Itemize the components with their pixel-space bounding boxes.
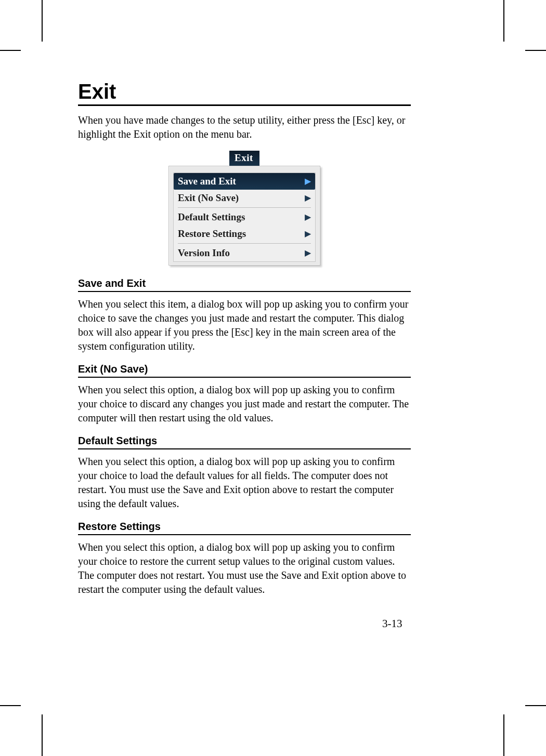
page-number: 3-13 xyxy=(382,617,402,630)
paragraph-restore-settings: When you select this option, a dialog bo… xyxy=(78,540,411,596)
menu-item-save-and-exit: Save and Exit ▶ xyxy=(174,173,315,190)
submenu-arrow-icon: ▶ xyxy=(305,230,311,238)
menu-item-label: Restore Settings xyxy=(178,228,246,240)
menu-panel: Save and Exit ▶ Exit (No Save) ▶ Default… xyxy=(168,166,320,266)
submenu-arrow-icon: ▶ xyxy=(305,213,311,221)
subheading-save-and-exit: Save and Exit xyxy=(78,277,411,292)
crop-mark xyxy=(0,50,21,51)
crop-mark xyxy=(42,714,43,756)
crop-mark xyxy=(525,705,546,706)
page-title: Exit xyxy=(78,81,411,106)
subheading-exit-no-save: Exit (No Save) xyxy=(78,363,411,378)
submenu-arrow-icon: ▶ xyxy=(305,194,311,202)
submenu-arrow-icon: ▶ xyxy=(305,249,311,257)
menu-item-label: Save and Exit xyxy=(178,176,236,187)
menu-item-default-settings: Default Settings ▶ xyxy=(178,209,311,226)
page-content: Exit When you have made changes to the s… xyxy=(78,81,411,606)
paragraph-exit-no-save: When you select this option, a dialog bo… xyxy=(78,383,411,425)
crop-mark xyxy=(0,705,21,706)
paragraph-save-and-exit: When you select this item, a dialog box … xyxy=(78,297,411,353)
menu-item-version-info: Version Info ▶ xyxy=(178,245,311,261)
crop-mark xyxy=(503,714,504,756)
submenu-arrow-icon: ▶ xyxy=(305,177,311,185)
menu-tab-label: Exit xyxy=(229,151,259,166)
menu-item-exit-no-save: Exit (No Save) ▶ xyxy=(178,190,311,206)
menu-separator xyxy=(178,243,311,244)
subheading-default-settings: Default Settings xyxy=(78,434,411,449)
menu-item-label: Default Settings xyxy=(178,211,245,223)
paragraph-default-settings: When you select this option, a dialog bo… xyxy=(78,455,411,511)
crop-mark xyxy=(42,0,43,42)
menu-item-label: Version Info xyxy=(178,247,230,259)
crop-mark xyxy=(503,0,504,42)
menu-item-label: Exit (No Save) xyxy=(178,192,239,204)
exit-menu-figure: Exit Save and Exit ▶ Exit (No Save) ▶ De… xyxy=(78,151,411,266)
menu-separator xyxy=(178,207,311,208)
intro-paragraph: When you have made changes to the setup … xyxy=(78,113,411,141)
menu-item-restore-settings: Restore Settings ▶ xyxy=(178,226,311,242)
crop-mark xyxy=(525,50,546,51)
subheading-restore-settings: Restore Settings xyxy=(78,520,411,535)
